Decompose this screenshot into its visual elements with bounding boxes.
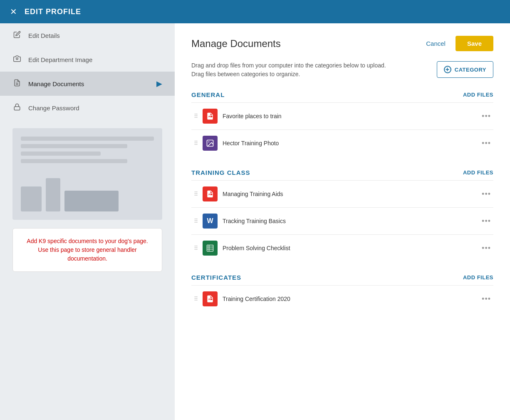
file-item: ⠿ Hector Training Photo ••• <box>191 129 493 157</box>
drag-handle-icon[interactable]: ⠿ <box>194 245 198 251</box>
file-name: Problem Solving Checklist <box>223 245 477 251</box>
sidebar-image-placeholder <box>12 128 162 220</box>
page-header: Manage Documents Cancel Save <box>191 36 493 51</box>
file-menu-button[interactable]: ••• <box>482 112 491 121</box>
file-type-icon <box>203 136 218 151</box>
section-certificates: CERTIFICATES ADD FILES ⠿ Training Certif… <box>191 274 493 312</box>
description-row: Drag and drop files from your computer i… <box>191 61 493 79</box>
layout: Edit Details Edit Department Image Manag… <box>0 23 510 420</box>
placeholder-bar <box>21 144 127 148</box>
placeholder-bar <box>21 159 127 163</box>
file-menu-button[interactable]: ••• <box>482 139 491 148</box>
add-files-button-certificates[interactable]: ADD FILES <box>463 274 493 281</box>
page-actions: Cancel Save <box>421 36 493 51</box>
file-type-icon <box>203 291 218 306</box>
svg-rect-3 <box>14 107 20 110</box>
section-title-training-class: TRAINING CLASS <box>191 169 250 176</box>
file-item: ⠿ Favorite places to train ••• <box>191 102 493 129</box>
section-training-class: TRAINING CLASS ADD FILES ⠿ Managing Trai… <box>191 169 493 261</box>
section-general: GENERAL ADD FILES ⠿ Favorite places to t… <box>191 91 493 157</box>
edit-details-icon <box>12 31 22 40</box>
placeholder-box <box>64 191 119 211</box>
section-header-general: GENERAL ADD FILES <box>191 91 493 98</box>
save-button[interactable]: Save <box>456 36 493 51</box>
file-type-icon <box>203 241 218 256</box>
sidebar-item-manage-documents[interactable]: Manage Documents ▶ <box>0 72 175 96</box>
info-box-text: Add K9 specific documents to your dog's … <box>22 237 153 263</box>
add-category-label: CATEGORY <box>455 67 486 73</box>
drag-handle-icon[interactable]: ⠿ <box>194 218 198 224</box>
section-header-certificates: CERTIFICATES ADD FILES <box>191 274 493 281</box>
add-files-button-training-class[interactable]: ADD FILES <box>463 169 493 176</box>
drag-handle-icon[interactable]: ⠿ <box>194 113 198 119</box>
manage-documents-icon <box>12 79 22 88</box>
add-category-button[interactable]: + CATEGORY <box>437 61 493 78</box>
drag-handle-icon[interactable]: ⠿ <box>194 296 198 302</box>
file-item: ⠿ Training Certification 2020 ••• <box>191 285 493 312</box>
main-content: Manage Documents Cancel Save Drag and dr… <box>175 23 510 420</box>
active-arrow-icon: ▶ <box>156 79 162 88</box>
section-title-certificates: CERTIFICATES <box>191 274 241 281</box>
sidebar-item-edit-details[interactable]: Edit Details <box>0 23 175 47</box>
header-title: EDIT PROFILE <box>25 7 81 16</box>
nav-label: Manage Documents <box>28 80 84 87</box>
cancel-button[interactable]: Cancel <box>421 37 451 50</box>
section-title-general: GENERAL <box>191 91 225 98</box>
file-menu-button[interactable]: ••• <box>482 295 491 303</box>
description-text: Drag and drop files from your computer i… <box>191 61 399 79</box>
header: ✕ EDIT PROFILE <box>0 0 510 23</box>
file-item: ⠿ Managing Training Aids ••• <box>191 180 493 207</box>
plus-circle-icon: + <box>444 66 451 73</box>
svg-rect-6 <box>207 245 213 251</box>
change-password-icon <box>12 103 22 112</box>
file-name: Training Certification 2020 <box>223 296 477 302</box>
nav-label: Change Password <box>28 104 79 112</box>
placeholder-box <box>21 186 42 211</box>
file-item: ⠿ Problem Solving Checklist ••• <box>191 234 493 261</box>
svg-point-0 <box>16 58 18 60</box>
close-button[interactable]: ✕ <box>10 7 17 17</box>
file-name: Hector Training Photo <box>223 140 477 147</box>
drag-handle-icon[interactable]: ⠿ <box>194 140 198 147</box>
edit-department-image-icon <box>12 55 22 64</box>
sidebar-item-change-password[interactable]: Change Password <box>0 96 175 120</box>
sidebar-item-edit-department-image[interactable]: Edit Department Image <box>0 47 175 72</box>
sections-container: GENERAL ADD FILES ⠿ Favorite places to t… <box>191 91 493 312</box>
file-name: Tracking Training Basics <box>223 218 477 224</box>
drag-handle-icon[interactable]: ⠿ <box>194 191 198 197</box>
file-menu-button[interactable]: ••• <box>482 217 491 226</box>
placeholder-bar <box>21 152 101 156</box>
nav-container: Edit Details Edit Department Image Manag… <box>0 23 175 120</box>
file-type-icon: W <box>203 214 218 229</box>
placeholder-bar <box>21 137 154 141</box>
page-title: Manage Documents <box>191 38 281 50</box>
sidebar: Edit Details Edit Department Image Manag… <box>0 23 175 420</box>
file-name: Managing Training Aids <box>223 191 477 197</box>
nav-label: Edit Details <box>28 32 60 39</box>
file-menu-button[interactable]: ••• <box>482 190 491 199</box>
section-header-training-class: TRAINING CLASS ADD FILES <box>191 169 493 176</box>
placeholder-box <box>46 178 60 211</box>
file-menu-button[interactable]: ••• <box>482 244 491 253</box>
file-item: ⠿ W Tracking Training Basics ••• <box>191 207 493 234</box>
file-name: Favorite places to train <box>223 113 477 119</box>
info-box: Add K9 specific documents to your dog's … <box>12 228 162 272</box>
file-type-icon <box>203 109 218 124</box>
svg-point-5 <box>208 142 210 143</box>
file-type-icon <box>203 186 218 201</box>
nav-label: Edit Department Image <box>28 56 92 63</box>
add-files-button-general[interactable]: ADD FILES <box>463 92 493 98</box>
